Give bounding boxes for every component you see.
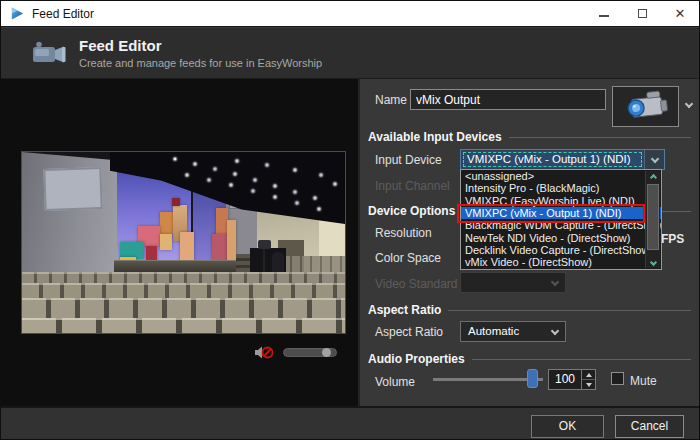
settings-panel: Name Available Input Devices Input Devic… bbox=[358, 79, 700, 406]
triangle-down-icon bbox=[586, 383, 592, 387]
dropdown-option[interactable]: <unassigned> bbox=[461, 170, 661, 182]
input-device-dropdown-list: <unassigned> Intensity Pro - (BlackMagic… bbox=[460, 169, 662, 270]
volume-spinner[interactable]: 100 bbox=[548, 369, 596, 390]
feed-type-camera-button[interactable] bbox=[612, 86, 679, 127]
chevron-down-icon bbox=[551, 278, 559, 286]
color-space-label: Color Space bbox=[375, 251, 441, 265]
scrollbar-up-button[interactable] bbox=[646, 171, 660, 183]
fps-label: FPS bbox=[661, 232, 684, 246]
preview-volume-handle[interactable] bbox=[322, 348, 331, 357]
section-title: Available Input Devices bbox=[368, 130, 502, 144]
section-title: Device Options bbox=[368, 204, 455, 218]
mute-label: Mute bbox=[630, 374, 657, 388]
dialog-header: Feed Editor Create and manage feeds for … bbox=[1, 28, 699, 79]
chevron-down-icon bbox=[651, 155, 659, 163]
mute-checkbox[interactable] bbox=[611, 372, 624, 385]
preview-chair-row bbox=[22, 318, 345, 334]
section-available-input-devices: Available Input Devices bbox=[368, 130, 691, 144]
resolution-label: Resolution bbox=[375, 226, 432, 240]
video-camera-icon bbox=[31, 38, 67, 68]
dropdown-option[interactable]: Intensity Pro - (BlackMagic) bbox=[461, 182, 661, 194]
dropdown-option[interactable]: VMIXPC (EasyWorship Live) (NDI) bbox=[461, 195, 661, 207]
video-preview bbox=[21, 151, 346, 334]
preview-panel bbox=[1, 79, 358, 406]
volume-slider-handle[interactable] bbox=[527, 369, 538, 388]
feed-editor-dialog: Feed Editor ✕ Feed Editor Create and man… bbox=[0, 0, 700, 440]
muted-speaker-icon[interactable] bbox=[254, 345, 274, 360]
maximize-button[interactable] bbox=[623, 1, 661, 26]
stage-block bbox=[160, 212, 173, 234]
spinner-down-button[interactable] bbox=[582, 380, 595, 389]
volume-label: Volume bbox=[375, 375, 415, 389]
input-device-select[interactable]: VMIXPC (vMix - Output 1) (NDI) bbox=[460, 149, 665, 170]
aspect-ratio-select[interactable]: Automatic bbox=[460, 321, 566, 342]
chevron-down-icon bbox=[649, 258, 656, 265]
section-divider bbox=[509, 137, 691, 138]
scrollbar-down-button[interactable] bbox=[646, 256, 660, 268]
triangle-up-icon bbox=[586, 373, 592, 377]
dropdown-option[interactable]: Blackmagic WDM Capture - (DirectShow) bbox=[461, 219, 661, 231]
spinner-up-button[interactable] bbox=[582, 370, 595, 380]
aspect-ratio-selected-value: Automatic bbox=[461, 322, 565, 341]
preview-projection-screen bbox=[43, 167, 102, 211]
header-subtitle: Create and manage feeds for use in EasyW… bbox=[79, 57, 322, 69]
close-icon: ✕ bbox=[675, 7, 686, 20]
scrollbar-thumb[interactable] bbox=[647, 184, 659, 250]
window-controls: ✕ bbox=[585, 1, 699, 26]
titlebar: Feed Editor ✕ bbox=[1, 1, 699, 27]
input-device-dropdown-button[interactable] bbox=[644, 150, 664, 169]
header-text: Feed Editor Create and manage feeds for … bbox=[79, 37, 322, 69]
dropdown-option[interactable]: Decklink Video Capture - (DirectShow) bbox=[461, 244, 661, 256]
ok-button[interactable]: OK bbox=[531, 415, 604, 438]
stage-block bbox=[160, 234, 172, 250]
name-label: Name bbox=[375, 93, 407, 107]
section-title: Audio Properties bbox=[368, 352, 465, 366]
easyworship-logo-icon bbox=[10, 6, 25, 21]
volume-value: 100 bbox=[555, 370, 575, 389]
minimize-icon bbox=[599, 15, 609, 17]
dropdown-scrollbar bbox=[645, 171, 660, 268]
input-channel-label: Input Channel bbox=[375, 179, 450, 193]
stage-block bbox=[172, 198, 180, 206]
input-device-selected-value: VMIXPC (vMix - Output 1) (NDI) bbox=[462, 151, 643, 168]
chevron-up-icon bbox=[649, 173, 656, 180]
cancel-button[interactable]: Cancel bbox=[615, 415, 684, 438]
close-button[interactable]: ✕ bbox=[661, 1, 699, 26]
dropdown-option[interactable]: NewTek NDI Video - (DirectShow) bbox=[461, 232, 661, 244]
name-input[interactable] bbox=[410, 89, 606, 110]
spinner-buttons bbox=[581, 370, 595, 389]
maximize-icon bbox=[638, 9, 647, 18]
window-title: Feed Editor bbox=[32, 7, 94, 21]
preview-volume-slider[interactable] bbox=[283, 348, 337, 357]
preview-ceiling-lights bbox=[174, 158, 176, 160]
aspect-ratio-label: Aspect Ratio bbox=[375, 325, 443, 339]
section-divider bbox=[448, 310, 691, 311]
section-divider bbox=[472, 359, 691, 360]
dropdown-option-selected[interactable]: VMIXPC (vMix - Output 1) (NDI) bbox=[461, 207, 661, 219]
preview-broadcast-camera bbox=[258, 240, 271, 249]
section-title: Aspect Ratio bbox=[368, 303, 441, 317]
input-device-label: Input Device bbox=[375, 153, 442, 167]
section-audio-properties: Audio Properties bbox=[368, 352, 691, 366]
chevron-down-icon[interactable] bbox=[685, 100, 693, 108]
section-aspect-ratio: Aspect Ratio bbox=[368, 303, 691, 317]
camera-button-icon bbox=[621, 88, 670, 126]
footer-bar: OK Cancel bbox=[1, 406, 699, 440]
stage-block bbox=[227, 220, 236, 262]
preview-chair-row bbox=[22, 298, 345, 320]
dropdown-option[interactable]: vMix Video - (DirectShow) bbox=[461, 256, 661, 268]
video-standard-label: Video Standard bbox=[375, 277, 458, 291]
minimize-button[interactable] bbox=[585, 1, 623, 26]
header-title: Feed Editor bbox=[79, 37, 322, 54]
video-standard-select bbox=[460, 272, 566, 293]
